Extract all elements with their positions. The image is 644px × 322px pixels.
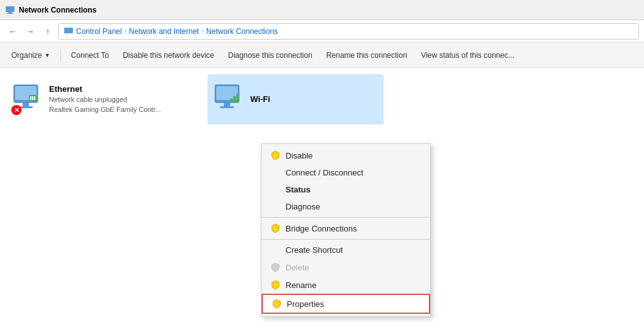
title-bar-text: Network Connections xyxy=(19,6,96,14)
disable-button[interactable]: Disable this network device xyxy=(116,46,220,65)
context-label-diagnose: Diagnose xyxy=(286,202,320,211)
separator-1 xyxy=(262,217,430,218)
svg-rect-16 xyxy=(230,99,233,103)
context-menu-shortcut[interactable]: Create Shortcut xyxy=(262,242,430,258)
svg-rect-6 xyxy=(23,103,29,106)
context-label-rename: Rename xyxy=(286,280,316,290)
up-button[interactable]: ↑ xyxy=(40,24,55,39)
ethernet-name: Ethernet xyxy=(49,84,190,94)
context-label-shortcut: Create Shortcut xyxy=(286,245,343,255)
svg-rect-18 xyxy=(236,94,239,103)
context-menu-diagnose[interactable]: Diagnose xyxy=(262,198,430,215)
context-menu-rename[interactable]: Rename xyxy=(262,276,430,294)
address-bar: ← → ↑ Control Panel › Network and Intern… xyxy=(0,20,644,43)
context-label-properties: Properties xyxy=(287,299,324,309)
ethernet-item[interactable]: ✕ Ethernet Network cable unpluggedRealte… xyxy=(6,74,195,125)
svg-rect-3 xyxy=(64,28,73,33)
title-bar-icon xyxy=(5,5,15,15)
context-label-status: Status xyxy=(286,185,311,194)
breadcrumb-network-connections[interactable]: Network Connections xyxy=(206,27,278,36)
wifi-name: Wi-Fi xyxy=(250,94,379,104)
organize-button[interactable]: Organize ▼ xyxy=(5,46,57,65)
view-status-button[interactable]: View status of this connec... xyxy=(414,46,521,65)
ethernet-icon-wrap: ✕ xyxy=(11,84,43,115)
sep1: › xyxy=(125,28,126,35)
forward-button[interactable]: → xyxy=(23,24,38,39)
breadcrumb: Control Panel › Network and Internet › N… xyxy=(58,23,639,40)
wifi-icon-wrap xyxy=(213,84,244,115)
sep2: › xyxy=(201,28,203,35)
shield-icon-rename xyxy=(270,280,280,290)
ethernet-info: Ethernet Network cable unpluggedRealtek … xyxy=(49,84,190,114)
ethernet-error-badge: ✕ xyxy=(11,105,21,115)
connect-to-button[interactable]: Connect To xyxy=(65,46,116,65)
svg-rect-17 xyxy=(233,96,236,103)
context-label-disable: Disable xyxy=(286,151,313,160)
ethernet-status: Network cable unpluggedRealtek Gaming Gb… xyxy=(49,95,190,114)
breadcrumb-icon xyxy=(64,26,74,36)
context-menu: Disable Connect / Disconnect Status Diag… xyxy=(261,143,431,317)
context-menu-properties[interactable]: Properties xyxy=(262,294,430,314)
breadcrumb-control-panel[interactable]: Control Panel xyxy=(76,27,122,36)
context-label-delete: Delete xyxy=(286,263,309,272)
shield-icon-properties xyxy=(272,299,282,309)
svg-rect-9 xyxy=(30,96,31,100)
wifi-info: Wi-Fi xyxy=(250,94,379,105)
shield-icon-bridge xyxy=(270,223,280,233)
context-menu-bridge[interactable]: Bridge Connections xyxy=(262,219,430,237)
context-menu-connect[interactable]: Connect / Disconnect xyxy=(262,164,430,181)
rename-button[interactable]: Rename this connection xyxy=(320,46,414,65)
svg-rect-11 xyxy=(34,96,35,100)
svg-rect-1 xyxy=(8,12,12,13)
svg-rect-15 xyxy=(220,106,234,108)
context-menu-disable[interactable]: Disable xyxy=(262,147,430,164)
svg-rect-10 xyxy=(32,96,33,100)
breadcrumb-network-internet[interactable]: Network and Internet xyxy=(129,27,199,36)
svg-rect-14 xyxy=(224,103,230,106)
wifi-item[interactable]: Wi-Fi xyxy=(208,74,384,125)
toolbar: Organize ▼ Connect To Disable this netwo… xyxy=(0,43,644,68)
context-menu-delete: Delete xyxy=(262,258,430,276)
shield-icon-delete xyxy=(270,262,280,272)
svg-rect-2 xyxy=(7,13,13,14)
context-label-connect: Connect / Disconnect xyxy=(286,168,364,177)
toolbar-divider-1 xyxy=(60,49,61,62)
svg-rect-0 xyxy=(6,6,14,12)
wifi-monitor-icon xyxy=(213,84,244,112)
main-content: ✕ Ethernet Network cable unpluggedRealte… xyxy=(0,68,644,322)
shield-icon-disable xyxy=(270,150,280,160)
organize-arrow: ▼ xyxy=(45,52,50,58)
context-label-bridge: Bridge Connections xyxy=(286,224,357,233)
diagnose-button[interactable]: Diagnose this connection xyxy=(222,46,319,65)
separator-2 xyxy=(262,239,430,240)
context-menu-status[interactable]: Status xyxy=(262,181,430,198)
back-button[interactable]: ← xyxy=(5,24,20,39)
title-bar: Network Connections xyxy=(0,0,644,20)
